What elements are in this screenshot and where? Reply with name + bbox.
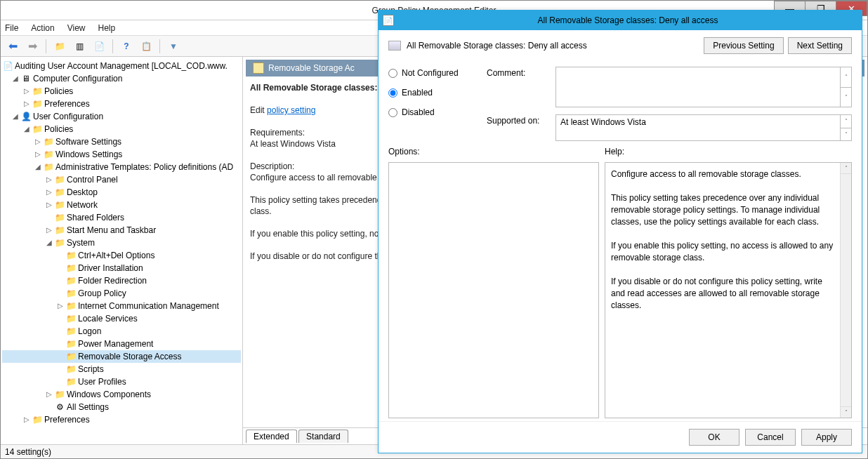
tree-group-policy[interactable]: 📁Group Policy [2,287,241,300]
up-button[interactable]: 📁 [52,39,67,54]
scroll-up-icon[interactable]: ˄ [841,163,851,174]
folder-up-icon: 📁 [55,41,65,51]
expander-icon[interactable]: ◢ [11,110,20,123]
apply-button[interactable]: Apply [801,429,852,446]
ok-button[interactable]: OK [689,429,739,446]
folder-icon: 📁 [65,339,77,349]
tree-logon[interactable]: 📁Logon [2,325,241,338]
expander-icon[interactable]: ▷ [22,413,32,426]
requirements-value: At least Windows Vista [250,139,336,149]
funnel-icon: ▼ [169,41,178,51]
expander-icon[interactable]: ▷ [44,173,54,186]
tree-admin-templates[interactable]: ◢📁Administrative Templates: Policy defin… [2,161,241,173]
scroll-up-icon[interactable]: ˄ [840,115,851,128]
tree-folder-redir[interactable]: 📁Folder Redirection [2,274,241,287]
scroll-down-icon[interactable]: ˅ [840,88,851,107]
help-p2: This policy setting takes precedence ove… [611,193,820,227]
tree-uc-preferences[interactable]: ▷📁Preferences [2,413,241,426]
expander-icon[interactable]: ▷ [33,135,43,148]
filter-button[interactable]: ▼ [166,39,181,54]
comment-scrollbar[interactable]: ˄˅ [840,67,851,107]
tree-user-config[interactable]: ◢👤User Configuration [2,110,241,123]
tree-software-settings[interactable]: ▷📁Software Settings [2,135,241,148]
menu-help[interactable]: Help [98,23,116,33]
user-icon: 👤 [20,112,32,121]
menu-view[interactable]: View [67,23,86,33]
expander-icon[interactable]: ◢ [44,237,54,249]
expander-icon[interactable]: ▷ [44,186,54,199]
tree-locale[interactable]: 📁Locale Services [2,312,241,325]
folder-icon: 📁 [32,124,43,134]
tree-windows-settings[interactable]: ▷📁Windows Settings [2,148,241,161]
options-panel[interactable] [388,162,599,418]
expander-icon[interactable]: ▷ [44,199,54,211]
tree-control-panel[interactable]: ▷📁Control Panel [2,173,241,186]
tree-uc-policies[interactable]: ◢📁Policies [2,123,241,135]
edit-policy-link[interactable]: policy setting [267,105,315,115]
menu-action[interactable]: Action [31,23,54,33]
tree-network[interactable]: ▷📁Network [2,199,241,211]
folder-icon: 📁 [54,238,65,248]
tree-desktop[interactable]: ▷📁Desktop [2,186,241,199]
folder-icon: 📁 [65,352,77,361]
expander-icon[interactable]: ▷ [44,388,54,401]
tree-ctrlaltdel[interactable]: 📁Ctrl+Alt+Del Options [2,249,241,262]
back-button[interactable]: ⬅ [5,39,20,54]
folder-icon [253,62,264,74]
radio-enabled-input[interactable] [388,88,397,98]
previous-setting-button[interactable]: Previous Setting [704,37,783,54]
tree-power[interactable]: 📁Power Management [2,338,241,350]
tab-standard[interactable]: Standard [298,430,348,443]
expander-icon[interactable]: ▷ [22,98,32,110]
scroll-down-icon[interactable]: ˅ [840,128,851,141]
show-hide-tree-button[interactable]: ▥ [72,39,87,54]
radio-not-configured-input[interactable] [388,69,397,78]
tree-removable-storage[interactable]: 📁Removable Storage Access [2,350,241,363]
back-arrow-icon: ⬅ [8,39,18,53]
expander-icon[interactable]: ◢ [22,123,32,135]
folder-icon: 📁 [65,301,77,311]
export-button[interactable]: 📄 [91,39,107,54]
tree-win-components[interactable]: ▷📁Windows Components [2,388,241,401]
forward-button[interactable]: ➡ [25,39,40,54]
comment-textarea[interactable]: ˄˅ [555,67,852,107]
help-button[interactable]: ? [119,39,134,54]
expander-icon[interactable]: ▷ [22,85,32,98]
tree-system[interactable]: ◢📁System [2,237,241,249]
forward-arrow-icon: ➡ [28,39,37,53]
properties-button[interactable]: 📋 [138,39,154,54]
tree-cc-preferences[interactable]: ▷📁Preferences [2,98,241,110]
policy-setting-dialog: 📄 All Removable Storage classes: Deny al… [378,10,862,453]
tree-start-menu[interactable]: ▷📁Start Menu and Taskbar [2,224,241,237]
next-setting-button[interactable]: Next Setting [788,37,852,54]
tree-pane[interactable]: 📄Auditing User Account Management [LOCAL… [1,57,243,444]
radio-not-configured[interactable]: Not Configured [388,68,487,78]
scroll-down-icon[interactable]: ˅ [841,406,851,418]
tree-cc-policies[interactable]: ▷📁Policies [2,85,241,98]
tree-user-profiles[interactable]: 📁User Profiles [2,375,241,388]
folder-icon: 📁 [65,364,77,374]
dialog-titlebar[interactable]: 📄 All Removable Storage classes: Deny al… [379,11,862,30]
radio-disabled-input[interactable] [388,108,397,117]
tree-scripts[interactable]: 📁Scripts [2,363,241,375]
expander-icon[interactable]: ▷ [33,148,43,161]
expander-icon[interactable]: ▷ [44,224,54,237]
tree-computer-config[interactable]: ◢🖥Computer Configuration [2,72,241,85]
tree-shared-folders[interactable]: 📁Shared Folders [2,211,241,224]
scroll-up-icon[interactable]: ˄ [840,67,851,88]
menu-file[interactable]: File [5,23,18,33]
help-scrollbar[interactable]: ˄ ˅ [840,163,851,418]
tree-driver-install[interactable]: 📁Driver Installation [2,262,241,274]
expander-icon[interactable]: ▷ [55,300,65,312]
expander-icon[interactable]: ◢ [33,161,43,173]
tab-extended[interactable]: Extended [246,430,297,443]
radio-enabled[interactable]: Enabled [388,88,487,98]
tree-all-settings[interactable]: ⚙All Settings [2,401,241,413]
supported-scrollbar[interactable]: ˄˅ [840,115,851,140]
radio-disabled[interactable]: Disabled [388,107,487,117]
expander-icon[interactable]: ◢ [11,72,20,85]
tree-root[interactable]: 📄Auditing User Account Management [LOCAL… [2,60,241,72]
cancel-button[interactable]: Cancel [745,429,796,446]
help-p3: If you enable this policy setting, no ac… [611,241,833,262]
tree-icm[interactable]: ▷📁Internet Communication Management [2,300,241,312]
